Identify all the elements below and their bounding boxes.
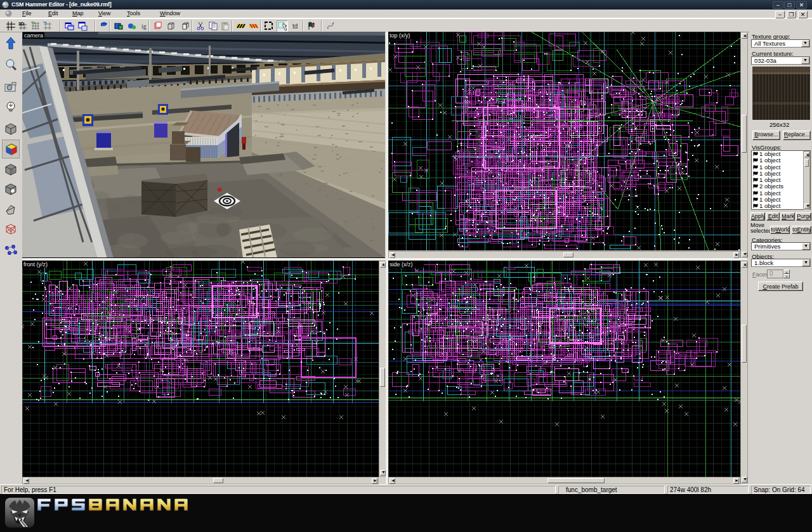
svg-text:ig: ig	[141, 23, 147, 30]
svg-text:td: td	[292, 23, 298, 30]
svg-text:top (x/y): top (x/y)	[390, 32, 410, 39]
svg-text:3D: 3D	[18, 22, 24, 26]
svg-text:camera: camera	[24, 32, 43, 39]
svg-text:front (y/z): front (y/z)	[23, 261, 48, 268]
svg-text:side (x/z): side (x/z)	[390, 261, 413, 268]
